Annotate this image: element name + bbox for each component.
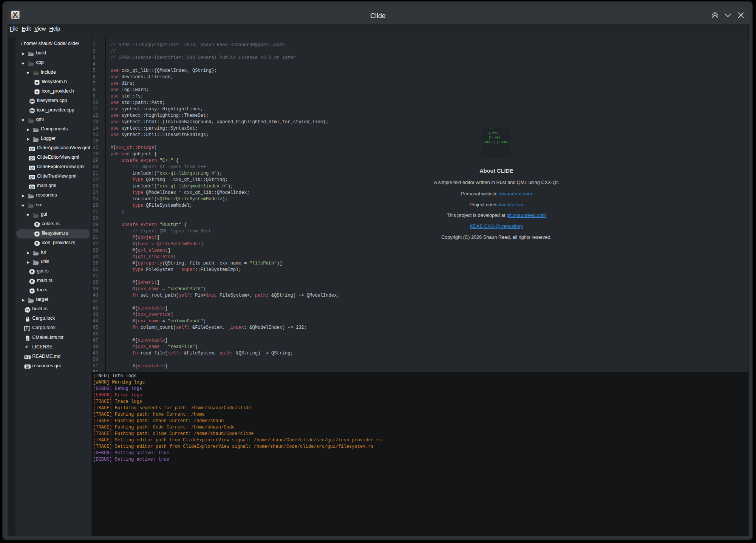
svg-text:Qt: Qt [30,166,34,170]
svg-text:Qt: Qt [30,185,34,189]
svg-text:R: R [36,241,38,246]
svg-text:R: R [31,289,34,293]
svg-text:H: H [36,80,38,85]
svg-text:Qt: Qt [25,365,29,368]
svg-text:R: R [26,308,29,312]
svg-text:Qt: Qt [30,147,34,151]
svg-text:R: R [36,232,38,236]
svg-text:R: R [31,279,34,283]
svg-text:R: R [36,223,38,227]
svg-text:Qt: Qt [30,175,34,179]
svg-text:R: R [31,270,34,274]
svg-text:Qt: Qt [30,156,34,160]
svg-text:H: H [36,90,38,94]
